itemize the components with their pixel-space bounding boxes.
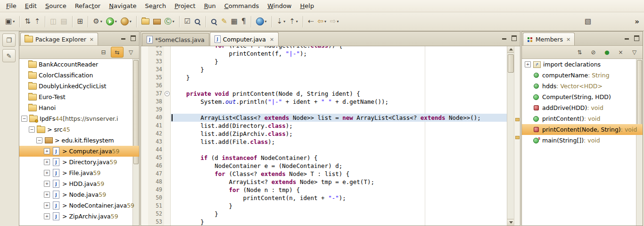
tree-item-file-java[interactable]: +J> File.java 59 — [19, 167, 139, 178]
code-line[interactable]: 33 } — [141, 58, 507, 66]
fast-view-button[interactable]: ▧ — [583, 15, 593, 28]
member-item-computername[interactable]: computerName : String — [522, 70, 643, 81]
member-item-printcontent-node-string[interactable]: printContent(Node, String) : void — [522, 124, 643, 135]
new-package-button[interactable] — [151, 15, 163, 28]
code-line[interactable]: 52 } — [141, 210, 507, 218]
minimize-button[interactable] — [119, 34, 127, 42]
member-item-computer-string-hdd[interactable]: Computer(String, HDD) — [522, 92, 643, 102]
open-browser-button[interactable]: ▾ — [254, 15, 269, 28]
editor-tab-computer-java[interactable]: JComputer.java× — [210, 32, 279, 46]
expander-icon[interactable]: − — [29, 126, 35, 133]
tree-item-directory-java[interactable]: +J> Directory.java 59 — [19, 157, 139, 167]
next-annotation-button[interactable]: ⇣▾ — [275, 15, 288, 28]
expander-icon[interactable]: − — [21, 116, 27, 122]
scroll-down-button[interactable] — [507, 219, 514, 226]
close-icon[interactable]: × — [566, 36, 570, 42]
code-line[interactable]: 38 System.out.println("|-" + ident + " "… — [141, 98, 507, 106]
new-wizard-button[interactable]: ▣▾ — [3, 15, 17, 28]
code-line[interactable]: 32 printContent(f, "|-"); — [141, 50, 507, 58]
show-whitespace-button[interactable]: ¶ — [239, 15, 248, 28]
mark-occurrences-button[interactable]: ✎ — [219, 15, 229, 28]
code-line[interactable]: 42 list.add(ZipArchiv.class); — [141, 130, 507, 138]
close-icon[interactable]: × — [90, 36, 94, 42]
run-button[interactable]: ▾ — [104, 15, 119, 28]
expander-icon[interactable]: + — [44, 192, 50, 198]
menu-file[interactable]: File — [2, 1, 21, 11]
code-line[interactable]: 47 for (Class<? extends Node> T : list) … — [141, 170, 507, 178]
view-menu-icon[interactable]: ▽ — [628, 47, 641, 58]
minimize-button[interactable] — [500, 34, 508, 42]
code-editor[interactable]: 31 for (File f : hdd.get(File.class)) {3… — [141, 46, 520, 226]
tree-item-edu-kit-filesystem[interactable]: −> edu.kit.filesystem — [19, 135, 139, 146]
show-grid-button[interactable]: ▦ — [229, 15, 239, 28]
tree-item-nodecontainer-java[interactable]: +J> NodeContainer.java 59 — [19, 200, 139, 211]
coverage-button[interactable]: ▾ — [119, 15, 133, 28]
member-item-import-declarations[interactable]: +↱import declarations — [522, 59, 643, 70]
code-line[interactable]: 41 list.add(Directory.class); — [141, 122, 507, 130]
tree-item-node-java[interactable]: +J> Node.java 59 — [19, 189, 139, 200]
annotation-marker[interactable] — [515, 136, 520, 139]
member-item-adddrive-hdd[interactable]: addDrive(HDD) : void — [522, 102, 643, 113]
menu-edit[interactable]: Edit — [21, 1, 41, 11]
menu-commands[interactable]: Commands — [220, 1, 264, 11]
members-tab[interactable]: Members × — [523, 33, 575, 45]
tree-item-ipdfs[interactable]: −IpdFs 44 [https://svnserver.i — [19, 113, 139, 124]
scrollbar-thumb[interactable] — [508, 54, 514, 73]
tree-item-bankaccountreader[interactable]: BankAccountReader — [19, 59, 139, 70]
expander-icon[interactable]: + — [44, 181, 50, 187]
expander-icon[interactable]: − — [36, 137, 42, 143]
tree-item-computer-java[interactable]: +J> Computer.java 59 — [19, 146, 139, 157]
menu-project[interactable]: Project — [170, 1, 200, 11]
collapse-all-icon[interactable]: ⊟ — [97, 47, 110, 58]
code-line[interactable]: 51 } — [141, 202, 507, 210]
package-explorer-tab[interactable]: Package Explorer × — [20, 33, 98, 45]
link-with-editor-toggle[interactable]: ⇆ — [111, 47, 124, 58]
tree-item-src[interactable]: −> src 45 — [19, 124, 139, 135]
code-line[interactable]: 40 ArrayList<Class<? extends Node>> list… — [141, 114, 507, 122]
tree-item-colorclassification[interactable]: ColorClassification — [19, 70, 139, 81]
menu-source[interactable]: Source — [41, 1, 71, 11]
code-line[interactable]: 48 ArrayList<? extends Node> tmp = e.get… — [141, 178, 507, 186]
menu-navigate[interactable]: Navigate — [105, 1, 140, 11]
code-line[interactable]: 45 if (d instanceof NodeContainer) { — [141, 154, 507, 162]
team-update-button[interactable]: ⇡ — [33, 15, 42, 28]
tree-item-ziparchiv-java[interactable]: +J> ZipArchiv.java 59 — [19, 211, 139, 222]
new-java-project-button[interactable] — [140, 15, 151, 28]
maximize-button[interactable] — [633, 34, 641, 42]
build-project-button[interactable]: ⊞ — [75, 15, 85, 28]
editor-scrollbar[interactable] — [507, 46, 514, 226]
menu-refactor[interactable]: Refactor — [71, 1, 105, 11]
code-line[interactable]: 43 list.add(File.class); — [141, 138, 507, 146]
debug-button[interactable]: ⚙▾ — [91, 15, 104, 28]
code-line[interactable]: 53 } — [141, 218, 507, 226]
code-line[interactable]: 35 } — [141, 74, 507, 82]
toolbar-overflow-button[interactable]: » — [633, 17, 641, 26]
code-line[interactable]: 36 — [141, 82, 507, 90]
menu-search[interactable]: Search — [141, 1, 171, 11]
sort-members-icon[interactable]: ⇅ — [573, 47, 586, 58]
menu-help[interactable]: Help — [296, 1, 319, 11]
expander-icon[interactable]: + — [44, 159, 50, 165]
restore-minimized-view-button[interactable]: ❐ — [2, 33, 16, 47]
minimized-editor-button[interactable]: ✎ — [2, 49, 16, 62]
hide-static-icon[interactable]: ● — [601, 47, 613, 58]
expander-icon[interactable]: + — [44, 148, 50, 154]
expander-icon[interactable]: + — [44, 170, 50, 176]
member-item-printcontent[interactable]: printContent() : void — [522, 113, 643, 124]
close-icon[interactable]: × — [270, 36, 274, 42]
code-line[interactable]: 46 NodeContainer e = (NodeContainer) d; — [141, 162, 507, 170]
tree-item-euro-test[interactable]: Euro-Test — [19, 92, 139, 102]
expander-icon[interactable]: + — [44, 202, 50, 209]
expander-icon[interactable]: + — [525, 61, 531, 67]
maximize-button[interactable] — [129, 34, 137, 42]
back-button[interactable]: ⇦▾ — [315, 15, 328, 28]
tree-item-hanoi[interactable]: Hanoi — [19, 102, 139, 113]
minimize-button[interactable] — [623, 34, 631, 42]
maximize-button[interactable] — [510, 34, 518, 42]
fold-collapse-icon[interactable]: − — [165, 91, 170, 96]
hide-fields-icon[interactable]: ⊘ — [587, 47, 600, 58]
editor-tab-someclass-java[interactable]: J*SomeClass.java — [142, 33, 209, 46]
menu-run[interactable]: Run — [200, 1, 220, 11]
code-line[interactable]: 50 printContent(n, ident + "-"); — [141, 194, 507, 202]
code-line[interactable]: 49 for (Node n : tmp) { — [141, 186, 507, 194]
